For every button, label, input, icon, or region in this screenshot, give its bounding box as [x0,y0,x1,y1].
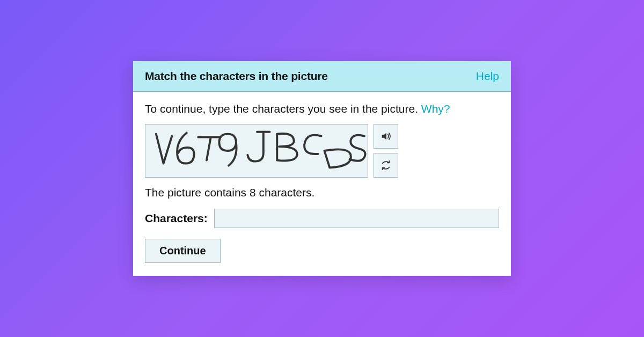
prompt-main: To continue, type the characters you see… [145,102,421,115]
captcha-glyphs [149,124,368,177]
prompt-text: To continue, type the characters you see… [145,102,499,115]
dialog-title: Match the characters in the picture [145,70,328,83]
help-link[interactable]: Help [476,70,499,83]
audio-icon [380,130,392,142]
captcha-image [145,124,368,178]
audio-button[interactable] [374,124,398,149]
characters-label: Characters: [145,212,208,225]
dialog-body: To continue, type the characters you see… [133,92,511,276]
dialog-header: Match the characters in the picture Help [133,61,511,92]
captcha-row [145,124,499,178]
refresh-button[interactable] [374,153,398,178]
hint-text: The picture contains 8 characters. [145,186,499,199]
captcha-side-buttons [374,124,398,178]
captcha-dialog: Match the characters in the picture Help… [133,61,511,276]
why-link[interactable]: Why? [421,102,450,115]
continue-button[interactable]: Continue [145,239,221,263]
characters-input-row: Characters: [145,209,499,228]
refresh-icon [380,159,392,171]
characters-input[interactable] [214,209,499,228]
